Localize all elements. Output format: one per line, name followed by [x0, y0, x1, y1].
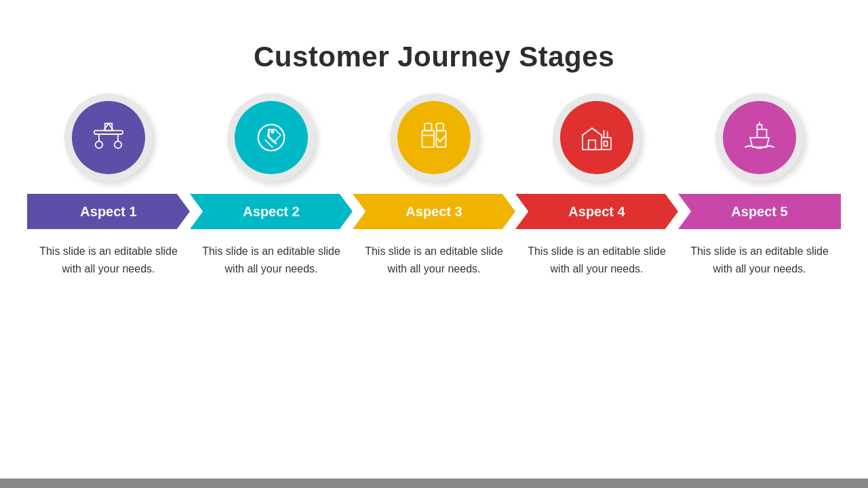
svg-rect-10 [422, 131, 435, 148]
footer-bar [0, 479, 868, 488]
arrow-label-1: Aspect 1 [27, 194, 190, 229]
svg-point-8 [271, 131, 274, 134]
icon-wrapper-3 [390, 94, 478, 182]
aspect-col-4: Aspect 4This slide is an editable slide … [515, 94, 678, 277]
svg-rect-12 [425, 123, 432, 131]
svg-point-2 [115, 141, 122, 148]
desc-text-1: This slide is an editable slide with all… [27, 243, 190, 277]
arrow-label-3: Aspect 3 [353, 194, 515, 229]
icon-wrapper-1 [64, 94, 153, 182]
icon-wrapper-5 [715, 94, 804, 182]
title-section: Customer Journey Stages [254, 41, 614, 73]
desc-text-2: This slide is an editable slide with all… [190, 243, 353, 277]
aspect-col-1: Aspect 1This slide is an editable slide … [27, 94, 190, 277]
desc-text-4: This slide is an editable slide with all… [515, 243, 678, 277]
icon-wrapper-2 [227, 94, 315, 182]
aspect-col-5: Aspect 5This slide is an editable slide … [678, 94, 841, 277]
icon-inner-3 [397, 101, 471, 174]
icon-inner-4 [560, 101, 633, 174]
aspect-col-2: Aspect 2This slide is an editable slide … [190, 94, 353, 277]
arrow-label-5: Aspect 5 [678, 194, 841, 229]
icon-wrapper-4 [553, 94, 641, 182]
icon-inner-5 [723, 101, 796, 174]
icon-inner-2 [235, 101, 308, 174]
icon-inner-1 [72, 101, 145, 174]
content-area: Aspect 1This slide is an editable slide … [27, 94, 841, 277]
desc-text-3: This slide is an editable slide with all… [353, 243, 515, 277]
svg-rect-15 [604, 141, 608, 146]
svg-point-1 [96, 141, 103, 148]
arrow-label-2: Aspect 2 [190, 194, 353, 229]
page-title: Customer Journey Stages [254, 41, 614, 73]
arrow-label-4: Aspect 4 [515, 194, 678, 229]
svg-line-9 [265, 140, 273, 148]
desc-text-5: This slide is an editable slide with all… [678, 243, 841, 277]
aspect-col-3: Aspect 3This slide is an editable slide … [353, 94, 515, 277]
svg-rect-14 [589, 140, 596, 150]
svg-rect-13 [437, 123, 444, 131]
